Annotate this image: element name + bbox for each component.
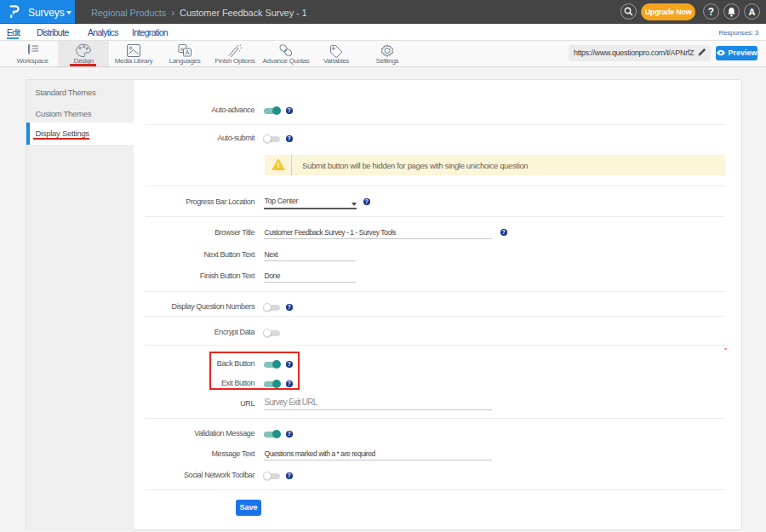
svg-text:x: x	[180, 46, 184, 52]
svg-text:A: A	[186, 49, 190, 55]
